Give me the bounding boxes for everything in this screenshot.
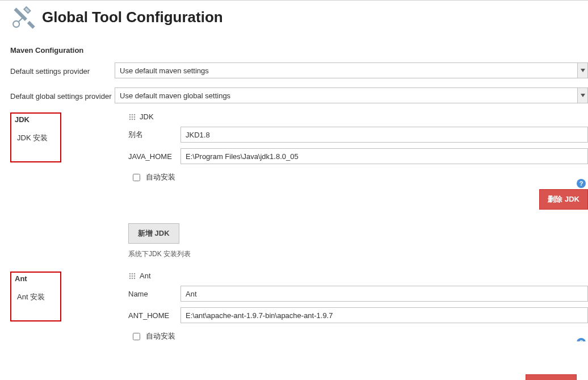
svg-point-2 xyxy=(132,114,133,115)
page-header: Global Tool Configuration xyxy=(10,4,588,30)
ant-name-label: Name xyxy=(128,290,180,298)
ant-auto-install-label: 自动安装 xyxy=(146,331,175,341)
ant-tool-label: Ant xyxy=(140,272,151,280)
ant-install-label: Ant 安装 xyxy=(17,292,57,302)
default-global-settings-label: Default global settings provider xyxy=(10,91,115,101)
svg-point-10 xyxy=(129,273,131,274)
jdk-alias-input[interactable] xyxy=(180,127,588,143)
jdk-highlight-box: JDK JDK 安装 xyxy=(10,112,61,162)
ant-highlight-box: Ant Ant 安装 xyxy=(10,272,61,321)
chevron-down-icon xyxy=(577,63,587,78)
jdk-category: JDK xyxy=(15,115,57,124)
help-icon[interactable]: ? xyxy=(577,338,586,341)
svg-point-5 xyxy=(132,116,133,118)
svg-point-16 xyxy=(129,277,131,279)
svg-point-7 xyxy=(129,118,131,120)
drag-handle-icon[interactable] xyxy=(128,272,136,280)
jdk-auto-install-label: 自动安装 xyxy=(146,172,175,182)
page-title: Global Tool Configuration xyxy=(42,9,223,26)
svg-point-13 xyxy=(129,275,131,277)
jdk-tool-label: JDK xyxy=(140,112,154,121)
ant-auto-install-checkbox[interactable] xyxy=(133,333,140,340)
svg-point-9 xyxy=(134,118,136,120)
default-global-settings-value: Use default maven global settings xyxy=(120,91,230,100)
maven-section-title: Maven Configuration xyxy=(10,46,588,55)
default-settings-label: Default settings provider xyxy=(10,66,115,76)
java-home-label: JAVA_HOME xyxy=(128,152,180,161)
jdk-install-label: JDK 安装 xyxy=(17,133,57,143)
add-jdk-button[interactable]: 新增 JDK xyxy=(128,223,179,244)
help-icon[interactable]: ? xyxy=(577,179,586,188)
chevron-down-icon xyxy=(577,88,587,103)
jdk-list-desc: 系统下JDK 安装列表 xyxy=(128,249,588,259)
ant-home-input[interactable] xyxy=(180,307,588,323)
tools-icon xyxy=(10,4,36,30)
svg-point-12 xyxy=(134,273,136,274)
svg-point-6 xyxy=(134,116,136,118)
ant-name-input[interactable] xyxy=(180,286,588,302)
default-settings-value: Use default maven settings xyxy=(120,66,209,75)
default-settings-select[interactable]: Use default maven settings xyxy=(115,62,588,78)
svg-point-14 xyxy=(132,275,133,277)
delete-jdk-button[interactable]: 删除 JDK xyxy=(539,189,588,210)
drag-handle-icon[interactable] xyxy=(128,113,136,121)
jdk-auto-install-checkbox[interactable] xyxy=(133,174,140,181)
svg-point-15 xyxy=(134,275,136,277)
ant-home-label: ANT_HOME xyxy=(128,311,180,320)
svg-point-8 xyxy=(132,118,133,120)
svg-point-4 xyxy=(129,116,131,118)
svg-point-18 xyxy=(134,277,136,279)
svg-point-11 xyxy=(132,273,133,274)
java-home-input[interactable] xyxy=(180,148,588,164)
svg-point-3 xyxy=(134,114,136,115)
jdk-alias-label: 别名 xyxy=(128,130,180,140)
default-global-settings-select[interactable]: Use default maven global settings xyxy=(115,87,588,103)
svg-point-1 xyxy=(129,114,131,115)
svg-point-0 xyxy=(13,21,19,27)
svg-point-17 xyxy=(132,277,133,279)
ant-category: Ant xyxy=(15,274,57,283)
